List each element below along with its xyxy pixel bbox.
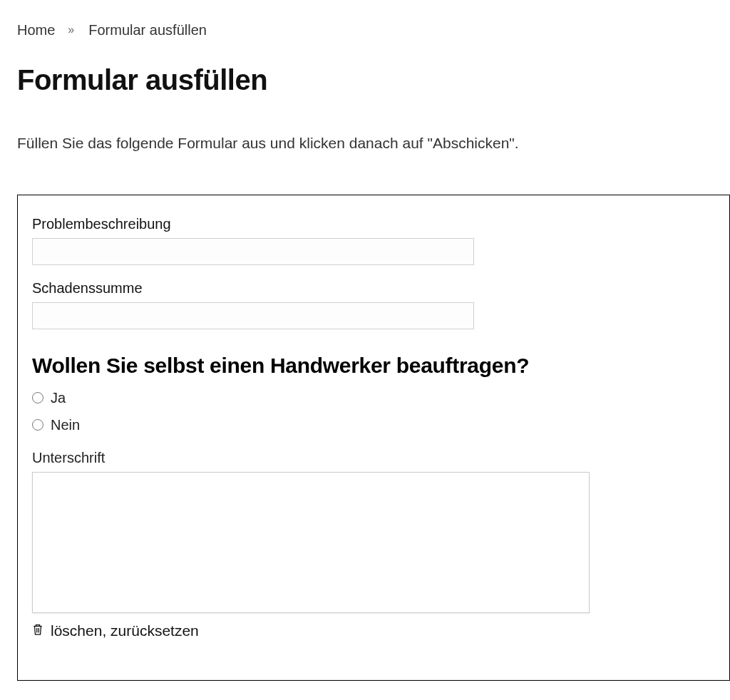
damage-input[interactable] xyxy=(32,302,474,329)
damage-label: Schadenssumme xyxy=(32,278,715,298)
field-problem: Problembeschreibung xyxy=(32,214,715,265)
breadcrumb: Home » Formular ausfüllen xyxy=(17,20,713,40)
signature-canvas[interactable] xyxy=(32,472,590,613)
clear-signature-button[interactable]: löschen, zurücksetzen xyxy=(32,620,199,641)
radio-yes-label: Ja xyxy=(51,388,66,408)
page-title: Formular ausfüllen xyxy=(17,60,713,100)
breadcrumb-current: Formular ausfüllen xyxy=(88,20,207,40)
problem-input[interactable] xyxy=(32,238,474,265)
intro-text: Füllen Sie das folgende Formular aus und… xyxy=(17,133,713,153)
question-heading: Wollen Sie selbst einen Handwerker beauf… xyxy=(32,351,715,381)
signature-label: Unterschrift xyxy=(32,448,715,468)
clear-signature-label: löschen, zurücksetzen xyxy=(51,620,199,641)
breadcrumb-separator: » xyxy=(68,22,76,38)
form-container: Problembeschreibung Schadenssumme Wollen… xyxy=(17,195,730,680)
problem-label: Problembeschreibung xyxy=(32,214,715,234)
radio-no[interactable] xyxy=(32,419,43,431)
radio-no-label: Nein xyxy=(51,415,80,435)
radio-row-no[interactable]: Nein xyxy=(32,415,715,435)
trash-icon xyxy=(32,620,43,641)
radio-row-yes[interactable]: Ja xyxy=(32,388,715,408)
radio-yes[interactable] xyxy=(32,392,43,403)
breadcrumb-home[interactable]: Home xyxy=(17,20,55,40)
field-damage: Schadenssumme xyxy=(32,278,715,329)
